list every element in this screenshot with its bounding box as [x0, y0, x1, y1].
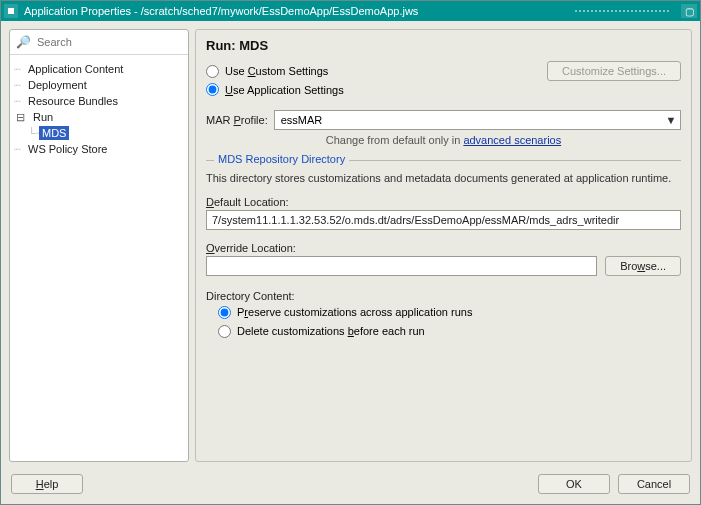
- tree-item-deployment[interactable]: ┈Deployment: [14, 77, 184, 93]
- preserve-customizations-radio[interactable]: Preserve customizations across applicati…: [218, 306, 681, 319]
- mds-repository-group: MDS Repository Directory This directory …: [206, 160, 681, 338]
- customize-settings-button: Customize Settings...: [547, 61, 681, 81]
- default-location-label: Default Location:: [206, 196, 681, 208]
- help-button[interactable]: Help: [11, 474, 83, 494]
- directory-content-label: Directory Content:: [206, 290, 681, 302]
- expand-toggle-icon[interactable]: ⊟: [14, 111, 26, 124]
- default-location-input[interactable]: [206, 210, 681, 230]
- override-location-label: Override Location:: [206, 242, 597, 254]
- category-tree-panel: 🔎 ┈Application Content ┈Deployment ┈Reso…: [9, 29, 189, 462]
- mar-profile-select[interactable]: essMAR ▼: [274, 110, 681, 130]
- use-application-settings-radio[interactable]: Use Application Settings: [206, 83, 344, 96]
- tree-item-resource-bundles[interactable]: ┈Resource Bundles: [14, 93, 184, 109]
- advanced-scenarios-link[interactable]: advanced scenarios: [463, 134, 561, 146]
- tree-item-application-content[interactable]: ┈Application Content: [14, 61, 184, 77]
- tree-item-ws-policy-store[interactable]: ┈WS Policy Store: [14, 141, 184, 157]
- change-hint-text: Change from default only in advanced sce…: [206, 134, 681, 146]
- dialog-button-bar: Help OK Cancel: [1, 466, 700, 504]
- search-icon: 🔎: [16, 35, 31, 49]
- group-legend: MDS Repository Directory: [214, 153, 349, 165]
- maximize-icon[interactable]: ▢: [681, 4, 697, 18]
- category-tree[interactable]: ┈Application Content ┈Deployment ┈Resour…: [10, 55, 188, 461]
- tree-item-mds[interactable]: └┈MDS: [28, 125, 184, 141]
- chevron-down-icon: ▼: [664, 113, 678, 127]
- app-icon: [4, 4, 18, 18]
- window-title: Application Properties - /scratch/sched7…: [24, 5, 418, 17]
- mar-profile-label: MAR Profile:: [206, 114, 268, 126]
- window-titlebar: Application Properties - /scratch/sched7…: [1, 1, 700, 21]
- ok-button[interactable]: OK: [538, 474, 610, 494]
- delete-customizations-radio[interactable]: Delete customizations before each run: [218, 325, 681, 338]
- panel-heading: Run: MDS: [206, 38, 681, 53]
- override-location-input[interactable]: [206, 256, 597, 276]
- cancel-button[interactable]: Cancel: [618, 474, 690, 494]
- use-custom-settings-radio[interactable]: Use Custom Settings: [206, 65, 328, 78]
- browse-button[interactable]: Browse...: [605, 256, 681, 276]
- tree-item-run[interactable]: ⊟Run: [14, 109, 184, 125]
- group-description: This directory stores customizations and…: [206, 171, 681, 186]
- search-input[interactable]: [37, 36, 182, 48]
- settings-panel: Run: MDS Use Custom Settings Customize S…: [195, 29, 692, 462]
